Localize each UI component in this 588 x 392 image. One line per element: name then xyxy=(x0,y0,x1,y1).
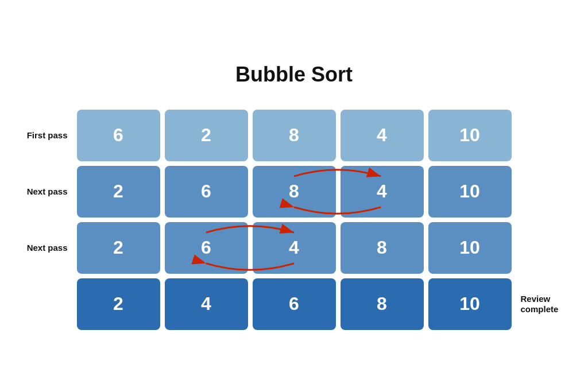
cell-3-4: 8 xyxy=(341,222,424,274)
row-2-cells: 2 6 8 4 10 xyxy=(77,166,512,218)
row-3: Next pass 2 6 4 8 10 xyxy=(14,222,575,274)
row-3-label: Next pass xyxy=(14,243,77,253)
row-1: First pass 6 2 8 4 10 xyxy=(14,110,575,161)
row-1-label: First pass xyxy=(14,130,77,141)
cell-4-3: 6 xyxy=(253,278,336,330)
cell-3-3: 4 xyxy=(253,222,336,274)
cell-4-4: 8 xyxy=(341,278,424,330)
cell-1-4: 4 xyxy=(341,110,424,161)
row-2-label: Next pass xyxy=(14,187,77,197)
row-4-right-label: Review complete xyxy=(512,294,575,315)
row-2: Next pass 2 6 8 4 10 xyxy=(14,166,575,218)
cell-1-3: 8 xyxy=(253,110,336,161)
cell-4-1: 2 xyxy=(77,278,160,330)
cell-2-4: 4 xyxy=(341,166,424,218)
main-container: Bubble Sort First pass 6 2 8 4 10 Next p… xyxy=(14,63,575,330)
cell-4-5: 10 xyxy=(428,278,512,330)
cell-4-2: 4 xyxy=(165,278,248,330)
row-1-cells: 6 2 8 4 10 xyxy=(77,110,512,161)
page-title: Bubble Sort xyxy=(235,63,353,87)
cell-2-5: 10 xyxy=(428,166,512,218)
cell-2-2: 6 xyxy=(165,166,248,218)
cell-3-1: 2 xyxy=(77,222,160,274)
sort-grid: First pass 6 2 8 4 10 Next pass 2 6 8 4 … xyxy=(14,110,575,330)
cell-1-5: 10 xyxy=(428,110,512,161)
row-4-cells: 2 4 6 8 10 xyxy=(77,278,512,330)
cell-3-5: 10 xyxy=(428,222,512,274)
cell-2-3: 8 xyxy=(253,166,336,218)
row-4: 2 4 6 8 10 Review complete xyxy=(14,278,575,330)
row-3-cells: 2 6 4 8 10 xyxy=(77,222,512,274)
cell-1-2: 2 xyxy=(165,110,248,161)
cell-1-1: 6 xyxy=(77,110,160,161)
cell-3-2: 6 xyxy=(165,222,248,274)
cell-2-1: 2 xyxy=(77,166,160,218)
